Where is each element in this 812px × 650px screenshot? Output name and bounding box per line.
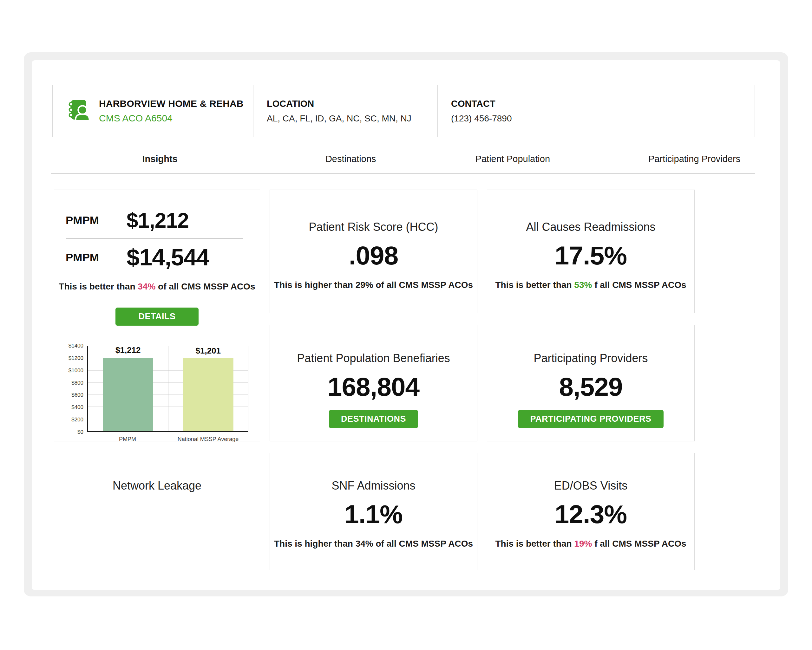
- patient-risk-score-card: Patient Risk Score (HCC) .098 This is hi…: [270, 189, 477, 313]
- snf-value: 1.1%: [345, 499, 403, 529]
- content-sheet: HARBORVIEW HOME & REHAB CMS ACO A6504 LO…: [32, 60, 780, 590]
- note-text: f all CMS MSSP ACOs: [592, 280, 686, 290]
- card-title: All Causes Readmissions: [526, 220, 655, 234]
- note-text: This is better than: [495, 539, 574, 549]
- pmpm-comparison-chart: $1400$1200$1000$800$600$400$200$0 $1,212…: [63, 346, 248, 442]
- providers-value: 8,529: [559, 372, 622, 402]
- location-label: LOCATION: [267, 99, 411, 109]
- card-title: Patient Risk Score (HCC): [308, 220, 438, 234]
- card-title: Network Leakage: [113, 479, 201, 493]
- pmpm-card: PMPM $1,212 PMPM $14,544 This is better …: [54, 189, 260, 441]
- note-text: This is better than: [495, 280, 574, 290]
- pmpm-row2-label: PMPM: [66, 251, 127, 264]
- ed-obs-visits-card: ED/OBS Visits 12.3% This is better than …: [487, 453, 694, 570]
- destinations-button[interactable]: DESTINATIONS: [329, 410, 418, 428]
- contact-value: (123) 456-7890: [451, 113, 511, 124]
- ed-obs-value: 12.3%: [555, 499, 627, 529]
- chart-bars: $1,212$1,201: [88, 346, 248, 431]
- risk-score-note: This is higher than 29% of all CMS MSSP …: [274, 280, 473, 290]
- contact-label: CONTACT: [451, 99, 511, 109]
- snf-note: This is higher than 34% of all CMS MSSP …: [274, 539, 473, 549]
- ed-obs-note: This is better than 19% f all CMS MSSP A…: [495, 539, 686, 549]
- beneficiaries-card: Patient Population Benefiaries 168,804 D…: [270, 325, 477, 441]
- tab-patient-population[interactable]: Patient Population: [473, 154, 552, 165]
- note-text: f all CMS MSSP ACOs: [592, 539, 686, 549]
- chart-tick-label: $0: [77, 429, 83, 435]
- insights-card-grid: PMPM $1,212 PMPM $14,544 This is better …: [54, 189, 694, 570]
- note-percent: 53%: [574, 280, 592, 290]
- readmissions-card: All Causes Readmissions 17.5% This is be…: [487, 189, 694, 313]
- chart-y-axis: $1400$1200$1000$800$600$400$200$0: [63, 346, 87, 432]
- pmpm-row1-value: $1,212: [127, 208, 189, 232]
- chart-category-labels: PMPMNational MSSP Average: [87, 436, 248, 442]
- chart-bar-value-label: $1,212: [116, 345, 141, 355]
- providers-card: Participating Providers 8,529 PARTICIPAT…: [487, 325, 694, 441]
- tab-participating-providers[interactable]: Participating Providers: [646, 154, 742, 165]
- chart-tick-label: $600: [71, 392, 83, 398]
- card-title: Participating Providers: [534, 352, 648, 365]
- org-header: HARBORVIEW HOME & REHAB CMS ACO A6504 LO…: [52, 85, 755, 137]
- note-text: of all CMS MSSP ACOs: [156, 282, 255, 291]
- card-title: ED/OBS Visits: [554, 479, 627, 493]
- chart-tick-label: $1400: [69, 343, 83, 349]
- divider: [66, 238, 243, 239]
- pmpm-row2-value: $14,544: [127, 244, 209, 271]
- chart-bar-1: $1,212: [103, 358, 153, 431]
- org-brand-section: HARBORVIEW HOME & REHAB CMS ACO A6504: [53, 85, 253, 137]
- snf-admissions-card: SNF Admissions 1.1% This is higher than …: [270, 453, 477, 570]
- participating-providers-button[interactable]: PARTICIPATING PROVIDERS: [518, 410, 663, 428]
- risk-score-value: .098: [349, 241, 398, 270]
- note-text: This is better than: [59, 282, 138, 291]
- readmissions-note: This is better than 53% f all CMS MSSP A…: [495, 280, 686, 290]
- chart-category-label: PMPM: [87, 436, 168, 442]
- chart-tick-label: $200: [71, 417, 83, 423]
- note-percent: 19%: [574, 539, 592, 549]
- location-value: AL, CA, FL, ID, GA, NC, SC, MN, NJ: [267, 113, 411, 124]
- org-contact-section: CONTACT (123) 456-7890: [438, 85, 755, 137]
- chart-bar-2: $1,201: [183, 358, 233, 431]
- pmpm-note: This is better than 34% of all CMS MSSP …: [54, 282, 260, 292]
- tab-destinations[interactable]: Destinations: [324, 154, 378, 165]
- readmissions-value: 17.5%: [555, 241, 627, 270]
- chart-bar-value-label: $1,201: [195, 346, 221, 356]
- chart-category-label: National MSSP Average: [168, 436, 248, 442]
- chart-plot-area: $1,212$1,201: [87, 346, 248, 432]
- network-leakage-card: Network Leakage: [54, 453, 260, 570]
- pmpm-row1-label: PMPM: [66, 214, 127, 227]
- chart-tick-label: $1200: [69, 355, 83, 362]
- chart-tick-label: $1000: [69, 368, 83, 374]
- beneficiaries-value: 168,804: [328, 372, 419, 402]
- org-id: CMS ACO A6504: [99, 113, 244, 124]
- app-frame: HARBORVIEW HOME & REHAB CMS ACO A6504 LO…: [24, 52, 788, 597]
- card-title: SNF Admissions: [331, 479, 415, 493]
- chart-tick-label: $400: [71, 404, 83, 410]
- org-location-section: LOCATION AL, CA, FL, ID, GA, NC, SC, MN,…: [253, 85, 438, 137]
- chart-tick-label: $800: [71, 380, 83, 386]
- tab-insights[interactable]: Insights: [140, 154, 180, 165]
- org-name: HARBORVIEW HOME & REHAB: [99, 98, 244, 109]
- tab-bar: Insights Destinations Patient Population…: [51, 146, 755, 174]
- card-title: Patient Population Benefiaries: [297, 352, 450, 365]
- details-button[interactable]: DETAILS: [116, 308, 198, 326]
- note-percent: 34%: [138, 282, 156, 291]
- contact-book-person-icon: [66, 98, 90, 124]
